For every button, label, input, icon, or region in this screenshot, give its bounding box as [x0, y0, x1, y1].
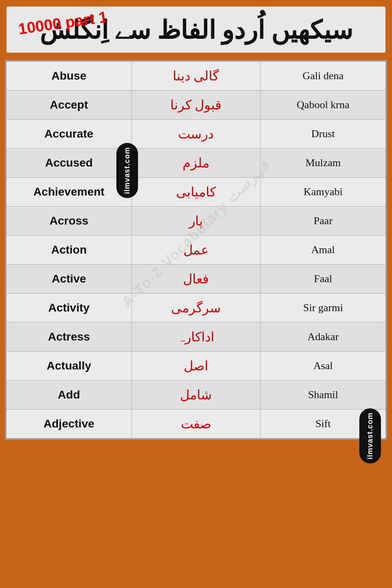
urdu-word: صفت	[131, 409, 261, 438]
table-row: AdjectiveصفتSift	[7, 409, 386, 438]
table-row: ActivityسرگرمیSir garmi	[7, 293, 386, 322]
table-row: AchievementکامیابیKamyabi	[7, 177, 386, 206]
roman-urdu: Paar	[261, 206, 386, 235]
english-word: Action	[7, 235, 132, 264]
roman-urdu: Amal	[261, 235, 386, 264]
english-word: Add	[7, 380, 132, 409]
roman-urdu: Drust	[261, 119, 386, 148]
urdu-word: ملزم	[131, 148, 261, 177]
header-box: 10000 part 1 سیکھیں اُردو الفاظ سے اِنگل…	[5, 5, 387, 54]
table-row: Acceptقبول کرناQabool krna	[7, 90, 386, 119]
table-row: AccurateدرستDrust	[7, 119, 386, 148]
urdu-word: شامل	[131, 380, 261, 409]
table-row: AcrossپارPaar	[7, 206, 386, 235]
english-word: Accept	[7, 90, 132, 119]
watermark-right: ilmvast.com	[359, 408, 381, 463]
roman-urdu: Sir garmi	[261, 293, 386, 322]
urdu-word: اصل	[131, 351, 261, 380]
english-word: Active	[7, 264, 132, 293]
urdu-word: گالی دینا	[131, 61, 261, 90]
roman-urdu: Faal	[261, 264, 386, 293]
urdu-word: سرگرمی	[131, 293, 261, 322]
watermark-left: ilmvast.com	[116, 143, 138, 198]
roman-urdu: Asal	[261, 351, 386, 380]
table-row: ActiveفعالFaal	[7, 264, 386, 293]
roman-urdu: Shamil	[261, 380, 386, 409]
english-word: Accused	[7, 148, 132, 177]
roman-urdu: Kamyabi	[261, 177, 386, 206]
urdu-word: فعال	[131, 264, 261, 293]
roman-urdu: Gali dena	[261, 61, 386, 90]
urdu-word: قبول کرنا	[131, 90, 261, 119]
english-word: Actress	[7, 322, 132, 351]
english-word: Actually	[7, 351, 132, 380]
urdu-word: کامیابی	[131, 177, 261, 206]
table-row: ActionعملAmal	[7, 235, 386, 264]
urdu-word: عمل	[131, 235, 261, 264]
table-row: ActuallyاصلAsal	[7, 351, 386, 380]
vocabulary-table-container: ilmvast.com ilmvast.com A-To-Z Vocabular…	[5, 60, 387, 440]
english-word: Achievement	[7, 177, 132, 206]
english-word: Accurate	[7, 119, 132, 148]
table-row: AccusedملزمMulzam	[7, 148, 386, 177]
table-row: AddشاملShamil	[7, 380, 386, 409]
english-word: Activity	[7, 293, 132, 322]
table-row: Abuseگالی دیناGali dena	[7, 61, 386, 90]
urdu-word: اداکارہ	[131, 322, 261, 351]
roman-urdu: Qabool krna	[261, 90, 386, 119]
vocabulary-table: Abuseگالی دیناGali denaAcceptقبول کرناQa…	[6, 61, 386, 439]
roman-urdu: Mulzam	[261, 148, 386, 177]
english-word: Adjective	[7, 409, 132, 438]
english-word: Across	[7, 206, 132, 235]
urdu-word: درست	[131, 119, 261, 148]
english-word: Abuse	[7, 61, 132, 90]
roman-urdu: Adakar	[261, 322, 386, 351]
table-row: ActressاداکارہAdakar	[7, 322, 386, 351]
urdu-word: پار	[131, 206, 261, 235]
